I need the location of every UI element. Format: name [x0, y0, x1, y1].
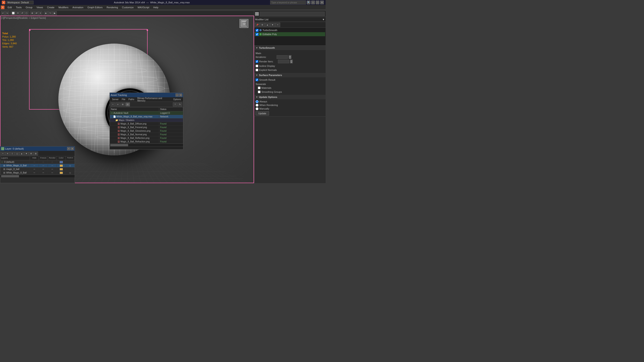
render-btn[interactable]: ▶ — [53, 11, 57, 15]
redo-btn[interactable]: ↪ — [5, 11, 9, 15]
col-name[interactable]: Name — [110, 107, 159, 111]
menu-create[interactable]: Create — [45, 6, 56, 9]
layer-delete-btn[interactable]: ✕ — [5, 152, 10, 156]
asset-refresh-btn[interactable]: ↻ — [178, 102, 182, 106]
layers-close-btn[interactable]: ✕ — [71, 147, 74, 150]
layer-row-whitemagic[interactable]: ⊟ White_Magic_8_Ball ─ ─ ─ ⬡ — [0, 164, 75, 168]
asset-row-refraction[interactable]: 🖼 Magic_8_Ball_Refraction.png Found — [110, 140, 183, 144]
search-btn[interactable]: 🔍 — [307, 1, 310, 4]
object-name-input[interactable]: magic_8_ball — [260, 12, 325, 16]
menu-maxscript[interactable]: MAXScript — [136, 6, 151, 9]
layers-scroll-thumb[interactable] — [1, 175, 19, 177]
menu-help[interactable]: Help — [152, 6, 160, 9]
add-modifier-btn[interactable]: + — [275, 22, 280, 27]
asset-list-btn[interactable]: ≡ — [116, 102, 120, 106]
asset-add-btn[interactable]: + — [111, 102, 115, 106]
layer-move-up-btn[interactable]: ▲ — [20, 152, 24, 156]
update-options-header[interactable]: ▼ Update Options — [254, 95, 326, 99]
render-iters-input[interactable]: 2 — [278, 60, 289, 63]
update-button[interactable]: Update — [256, 111, 269, 115]
modifier-turbosmooth[interactable]: TurboSmooth — [255, 28, 325, 32]
layer-settings-btn[interactable]: ⚙ — [29, 152, 33, 156]
layer-add-selected-btn[interactable]: ⇩ — [10, 152, 14, 156]
asset-grid-btn[interactable]: ⊞ — [120, 102, 125, 106]
asset-row-reflection[interactable]: 🖼 Magic_8_Ball_Reflection.png Found — [110, 136, 183, 140]
render-iters-down[interactable]: ▼ — [290, 62, 293, 63]
always-radio[interactable] — [256, 100, 258, 103]
layer-move-down-btn[interactable]: ▼ — [24, 152, 28, 156]
editablepoly-toggle[interactable] — [256, 33, 258, 36]
modifier-settings-btn[interactable]: ⚙ — [260, 22, 265, 27]
search-input[interactable] — [270, 0, 306, 4]
menu-group[interactable]: Group — [24, 6, 34, 9]
layer-expand-btn[interactable]: ⊞ — [34, 152, 38, 156]
iterations-down[interactable]: ▼ — [289, 57, 291, 59]
down-btn[interactable]: ▼ — [270, 22, 275, 27]
layer-magic8ball-color[interactable] — [57, 168, 66, 170]
col-status[interactable]: Status — [159, 107, 183, 111]
asset-menu-paths[interactable]: Paths — [127, 98, 136, 101]
manually-radio[interactable] — [256, 107, 258, 110]
layer-row-magic8ball[interactable]: ⊟ magic_8_ball ─ ─ ─ — [0, 168, 75, 171]
layer-create-btn[interactable]: + — [1, 152, 5, 156]
maximize-btn[interactable]: □ — [316, 1, 319, 4]
asset-row-file[interactable]: 📄 White_Magic_8_Ball_max_vray.max Networ… — [110, 115, 183, 118]
explicit-normals-checkbox[interactable] — [256, 69, 258, 71]
menu-tools[interactable]: Tools — [14, 6, 24, 9]
asset-row-folder[interactable]: 📁 Maps / Shaders — [110, 118, 183, 122]
mirror-btn[interactable]: ⇌ — [34, 11, 38, 15]
asset-minimize-btn[interactable]: ─ — [176, 94, 179, 96]
iterations-up[interactable]: ▲ — [289, 55, 291, 57]
asset-menu-bitmap-perf[interactable]: Bitmap Performance and Memory — [136, 96, 171, 102]
layer-row-whitemagic2[interactable]: ⊟ White_Magic_8_Ball ─ ─ ─ ⬡ — [0, 171, 75, 175]
object-color-swatch[interactable] — [255, 12, 259, 16]
smooth-result-checkbox[interactable] — [256, 78, 258, 81]
asset-scrollbar[interactable] — [110, 144, 183, 146]
materials-checkbox[interactable] — [258, 86, 260, 89]
move-btn[interactable]: ✛ — [16, 11, 20, 15]
menu-modifiers[interactable]: Modifiers — [56, 6, 70, 9]
align-btn[interactable]: ≡ — [39, 11, 42, 15]
scale-btn[interactable]: ⬡ — [24, 11, 28, 15]
render-iters-up[interactable]: ▲ — [290, 60, 293, 62]
undo-btn[interactable]: ↩ — [1, 11, 5, 15]
minimize-btn[interactable]: ─ — [311, 1, 315, 4]
layers-help-btn[interactable]: ? — [67, 147, 70, 150]
asset-help-btn[interactable]: ? — [173, 102, 177, 106]
layer-default-color[interactable] — [57, 161, 66, 163]
menu-rendering[interactable]: Rendering — [105, 6, 120, 9]
asset-row-diffuse[interactable]: 🖼 Magic_8_Ball_Diffuse.png Found — [110, 122, 183, 126]
menu-customize[interactable]: Customize — [120, 6, 136, 9]
up-btn[interactable]: ▲ — [265, 22, 270, 27]
layer-whitemagic2-color[interactable] — [57, 172, 66, 174]
menu-views[interactable]: Views — [35, 6, 45, 9]
pin-modifier-btn[interactable]: 📌 — [255, 22, 260, 27]
asset-row-vault[interactable]: ⬡ Autodesk Vault Logged O — [110, 111, 183, 115]
asset-row-normal[interactable]: 🖼 Magic_8_Ball_Normal.png Found — [110, 133, 183, 136]
asset-row-fresnel[interactable]: 🖼 Magic_8_Ball_Fresnel.png Found — [110, 126, 183, 129]
layer-row-default[interactable]: ⬡ 0 (default) ─ ─ ─ — [0, 160, 75, 164]
modifier-editable-poly[interactable]: Editable Poly — [255, 32, 325, 36]
snap-btn[interactable]: ⊕ — [30, 11, 34, 15]
material-btn[interactable]: ◈ — [44, 11, 48, 15]
asset-detail-btn[interactable]: ⊟ — [126, 102, 130, 106]
asset-menu-options[interactable]: Options — [172, 98, 182, 101]
turbosmooth-toggle[interactable] — [256, 29, 258, 32]
curve-btn[interactable]: 〜 — [48, 11, 52, 15]
menu-edit[interactable]: Edit — [6, 6, 14, 9]
asset-menu-server[interactable]: Server — [111, 98, 120, 101]
asset-row-glossiness[interactable]: 🖼 Magic_8_Ball_Glossiness.png Found — [110, 129, 183, 133]
layers-scrollbar[interactable] — [0, 175, 75, 177]
modifier-list-dropdown[interactable]: ▼ — [322, 18, 325, 21]
surface-params-header[interactable]: ▼ Surface Parameters — [254, 73, 326, 77]
layer-whitemagic-color[interactable] — [57, 164, 66, 167]
rotate-btn[interactable]: ↺ — [20, 11, 24, 15]
workspace-selector[interactable]: Workspace: Default — [6, 1, 34, 4]
menu-animation[interactable]: Animation — [71, 6, 85, 9]
isoline-checkbox[interactable] — [256, 64, 258, 67]
asset-close-btn[interactable]: ✕ — [179, 94, 182, 96]
iterations-input[interactable]: 0 — [276, 55, 288, 59]
menu-graph-editors[interactable]: Graph Editors — [86, 6, 104, 9]
turbosmooth-header[interactable]: ▼ TurboSmooth — [254, 46, 326, 50]
select-btn[interactable]: ⬜ — [11, 11, 16, 15]
